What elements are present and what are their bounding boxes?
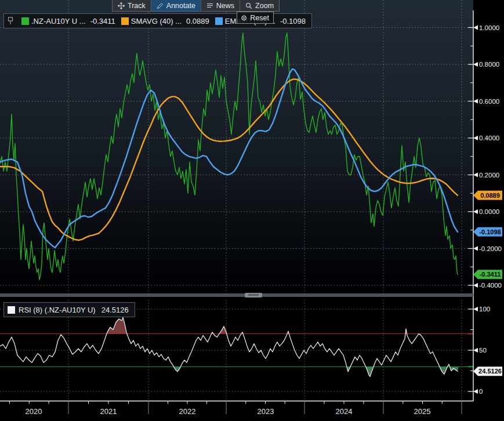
- track-button[interactable]: Track: [113, 0, 151, 11]
- axis-tick-arrow: [473, 99, 478, 104]
- axis-tick-arrow: [473, 26, 478, 30]
- news-button[interactable]: News: [201, 0, 240, 11]
- axis-tick-arrow: [473, 209, 478, 214]
- smavg-series-swatch: [121, 17, 129, 25]
- track-button-label: Track: [128, 2, 146, 10]
- axis-tick-arrow: [473, 348, 478, 353]
- pane-splitter[interactable]: [0, 293, 473, 297]
- smavg-series-label: SMAVG (40) ...: [131, 17, 182, 26]
- last-value-badge-text: -0.1098: [479, 228, 501, 235]
- annotate-button-label: Annotate: [166, 2, 195, 10]
- year-label: 2024: [336, 407, 353, 416]
- axis-tick-arrow: [473, 62, 478, 67]
- chart-canvas: 1.00000.80000.60000.40000.20000.0000-0.2…: [0, 0, 504, 421]
- axis-tick-label: 0.2000: [479, 172, 499, 179]
- year-label: 2020: [26, 407, 42, 416]
- news-list-icon: [206, 2, 213, 9]
- axis-tick-arrow: [473, 173, 478, 177]
- year-label: 2023: [258, 407, 274, 416]
- annotate-pencil-icon: [157, 2, 164, 9]
- legend-item-smavg[interactable]: SMAVG (40) ... 0.0889: [121, 17, 209, 26]
- axis-tick-arrow: [473, 246, 478, 251]
- year-label: 2025: [414, 407, 431, 416]
- axis-tick-label: 0.0000: [479, 208, 499, 215]
- pin-icon[interactable]: [8, 17, 13, 25]
- annotate-button[interactable]: Annotate: [151, 0, 201, 11]
- last-value-badge-text: 24.5126: [478, 368, 502, 375]
- emavg-series-value: -0.1098: [280, 17, 306, 26]
- main-pane: 1.00000.80000.60000.40000.20000.0000-0.2…: [0, 0, 502, 293]
- axis-tick-label: 0.4000: [479, 135, 499, 141]
- chart-toolbar: Track Annotate News Zoom: [112, 0, 280, 12]
- zoom-button-label: Zoom: [255, 2, 274, 10]
- axis-tick-arrow: [473, 283, 478, 288]
- reset-button-label: Reset: [250, 14, 269, 22]
- axis-tick-arrow: [473, 389, 478, 394]
- legend-item-price[interactable]: .NZ-AU10Y U ... -0.3411: [21, 17, 115, 26]
- splitter-drag-handle[interactable]: [245, 293, 262, 297]
- rsi-series-label: RSI (8) (.NZ-AU10Y U): [19, 306, 96, 314]
- zoom-button[interactable]: Zoom: [240, 0, 279, 11]
- rsi-series-swatch: [8, 306, 15, 314]
- axis-tick-arrow: [473, 307, 478, 311]
- reset-target-icon: [241, 14, 246, 21]
- rsi-series-value: 24.5126: [101, 306, 129, 314]
- news-button-label: News: [216, 2, 234, 10]
- axis-tick-label: 0.8000: [479, 61, 499, 68]
- price-series-swatch: [21, 17, 29, 25]
- axis-tick-label: -0.2000: [479, 245, 502, 252]
- year-label: 2021: [100, 407, 117, 416]
- axis-tick-label: 0: [479, 388, 483, 395]
- smavg-series-value: 0.0889: [186, 17, 209, 26]
- axis-tick-arrow: [473, 136, 478, 140]
- axis-tick-label: 1.0000: [479, 24, 499, 31]
- axis-tick-label: -0.4000: [479, 282, 502, 289]
- chart-window: 1.00000.80000.60000.40000.20000.0000-0.2…: [0, 0, 504, 421]
- track-crosshair-icon: [118, 2, 125, 9]
- axis-tick-label: 50: [479, 347, 487, 354]
- last-value-badge-text: 0.0889: [480, 192, 500, 199]
- axis-tick-label: 100: [479, 306, 490, 313]
- last-value-badge-text: -0.3411: [480, 271, 501, 278]
- price-series-label: .NZ-AU10Y U ...: [31, 17, 86, 26]
- price-series-value: -0.3411: [90, 17, 115, 26]
- axis-tick-label: 0.6000: [479, 98, 499, 105]
- rsi-legend[interactable]: RSI (8) (.NZ-AU10Y U) 24.5126: [3, 302, 135, 317]
- reset-button[interactable]: Reset: [237, 12, 274, 24]
- zoom-magnifier-icon: [245, 2, 252, 9]
- overbought-fill: [0, 317, 473, 400]
- emavg-series-swatch: [215, 17, 223, 25]
- year-label: 2022: [179, 407, 196, 416]
